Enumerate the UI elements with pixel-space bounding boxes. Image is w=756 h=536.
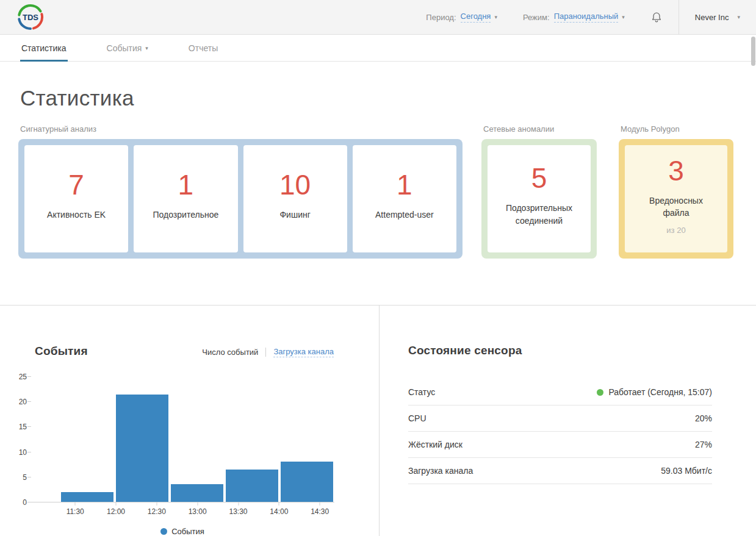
tds-dashboard: TDS Период: Сегодня Режим: Параноидальны… xyxy=(0,0,756,536)
x-axis-tick-label: 13:30 xyxy=(229,507,248,516)
statistics-section: Статистика Сигнатурный анализ 7 Активнос… xyxy=(0,87,756,305)
chevron-down-icon xyxy=(622,14,625,20)
x-axis-tick-label: 12:00 xyxy=(107,507,125,516)
main-nav-tabs: Статистика События Отчеты xyxy=(0,35,756,62)
y-axis-tick xyxy=(27,452,31,452)
sensor-row-cpu: CPU 20% xyxy=(408,406,712,432)
x-axis-tick xyxy=(116,502,117,506)
group-label-signature: Сигнатурный анализ xyxy=(18,124,463,134)
group-label-network: Сетевые аномалии xyxy=(481,124,597,134)
x-axis-tick-label: 11:30 xyxy=(67,507,84,516)
signature-analysis-box: 7 Активность EK 1 Подозрительное 10 Фиши… xyxy=(18,139,463,259)
events-bar xyxy=(116,395,168,502)
chevron-down-icon xyxy=(737,14,740,20)
x-axis-tick xyxy=(156,502,157,506)
account-name: Never Inc xyxy=(695,13,729,22)
stat-label: Активность EK xyxy=(47,209,106,221)
events-chart-plot: 11:3012:0012:3013:0013:3014:0014:30 xyxy=(31,377,334,502)
y-axis-tick xyxy=(27,502,31,502)
chevron-down-icon xyxy=(494,14,497,20)
sensor-title: Состояние сенсора xyxy=(408,344,712,357)
stat-label: Подозрительное xyxy=(153,209,219,221)
group-label-polygon: Модуль Polygon xyxy=(619,124,733,134)
stat-card-malicious-files[interactable]: 3 Вредоносных файла из 20 xyxy=(625,145,727,252)
y-axis-tick-label: 15 xyxy=(18,423,27,431)
x-axis-tick xyxy=(320,502,320,506)
polygon-module-box: 3 Вредоносных файла из 20 xyxy=(619,139,733,259)
sensor-row-disk: Жёсткий диск 27% xyxy=(408,432,712,458)
sensor-row-label: Статус xyxy=(408,387,435,397)
metric-toggle: Число событий Загрузка канала xyxy=(202,347,334,358)
stat-value: 5 xyxy=(531,164,547,192)
toggle-event-count[interactable]: Число событий xyxy=(202,348,258,357)
x-axis-tick xyxy=(279,502,279,506)
x-axis-tick-label: 14:30 xyxy=(311,507,329,516)
events-title: События xyxy=(35,345,88,358)
sensor-status-panel: Состояние сенсора Статус Работает (Сегод… xyxy=(380,306,756,536)
events-chart: 11:3012:0012:3013:0013:3014:0014:30 0510… xyxy=(18,377,334,502)
stat-card-suspicious[interactable]: 1 Подозрительное xyxy=(134,145,237,252)
account-menu[interactable]: Never Inc xyxy=(679,0,756,34)
stat-value: 3 xyxy=(668,157,684,185)
sensor-row-channel: Загрузка канала 59.03 Мбит/с xyxy=(408,458,712,484)
mode-label: Режим: xyxy=(523,13,550,22)
network-anomalies-group: Сетевые аномалии 5 Подозрительных соедин… xyxy=(481,124,597,259)
tab-statistics[interactable]: Статистика xyxy=(20,35,68,61)
page-title: Статистика xyxy=(20,87,756,110)
events-bar xyxy=(281,462,333,502)
stat-card-suspicious-connections[interactable]: 5 Подозрительных соединений xyxy=(488,145,591,252)
tds-logo-icon: TDS xyxy=(17,4,44,30)
sensor-row-label: CPU xyxy=(408,413,427,423)
y-axis-tick xyxy=(27,426,31,427)
sensor-row-label: Жёсткий диск xyxy=(408,440,463,449)
stat-card-phishing[interactable]: 10 Фишинг xyxy=(243,145,347,252)
summary-cards-row: Сигнатурный анализ 7 Активность EK 1 Под… xyxy=(18,124,756,259)
stat-label: Attempted-user xyxy=(375,209,434,221)
events-bar xyxy=(226,470,278,502)
stat-card-ek-activity[interactable]: 7 Активность EK xyxy=(24,145,128,252)
stat-value: 10 xyxy=(279,171,311,199)
polygon-module-group: Модуль Polygon 3 Вредоносных файла из 20 xyxy=(619,124,733,259)
tab-events[interactable]: События xyxy=(106,35,149,61)
sensor-row-value: 59.03 Мбит/с xyxy=(661,466,712,476)
x-axis-tick-label: 13:00 xyxy=(189,507,207,516)
period-select[interactable]: Сегодня xyxy=(461,12,491,22)
legend-dot-icon xyxy=(160,528,167,535)
tds-logo[interactable]: TDS xyxy=(17,4,44,30)
stat-card-attempted-user[interactable]: 1 Attempted-user xyxy=(353,145,456,252)
y-axis-tick xyxy=(27,401,31,402)
bottom-section: События Число событий Загрузка канала 11… xyxy=(0,305,756,536)
top-header: TDS Период: Сегодня Режим: Параноидальны… xyxy=(0,0,756,35)
stat-label: Вредоносных файла xyxy=(636,195,716,220)
stat-value: 7 xyxy=(68,171,84,199)
toggle-channel-load[interactable]: Загрузка канала xyxy=(273,347,334,358)
network-anomalies-box: 5 Подозрительных соединений xyxy=(481,139,597,259)
y-axis-tick-label: 20 xyxy=(18,398,27,406)
notification-bell-icon[interactable] xyxy=(650,11,663,24)
stat-value: 1 xyxy=(397,171,412,199)
x-axis-tick-label: 14:00 xyxy=(270,507,288,516)
sensor-rows: Статус Работает (Сегодня, 15:07) CPU 20%… xyxy=(408,379,712,484)
svg-text:TDS: TDS xyxy=(23,13,38,22)
scrollbar-thumb[interactable] xyxy=(751,37,755,66)
y-axis-tick-label: 5 xyxy=(18,473,27,482)
events-bar xyxy=(61,492,113,502)
chart-legend: События xyxy=(31,527,334,536)
mode-control: Режим: Параноидальный xyxy=(523,12,625,22)
sensor-row-value: 20% xyxy=(695,413,712,423)
stat-label: Фишинг xyxy=(279,209,310,221)
x-axis-tick-label: 12:30 xyxy=(148,507,166,516)
toggle-separator xyxy=(265,348,266,357)
events-panel-head: События Число событий Загрузка канала xyxy=(35,345,334,358)
tab-reports[interactable]: Отчеты xyxy=(187,35,219,61)
period-control: Период: Сегодня xyxy=(426,12,497,22)
stat-label: Подозрительных соединений xyxy=(499,202,580,227)
x-axis-tick xyxy=(238,502,239,506)
y-axis-tick-label: 25 xyxy=(18,373,27,381)
mode-select[interactable]: Параноидальный xyxy=(554,12,619,22)
sensor-row-label: Загрузка канала xyxy=(408,466,473,476)
period-label: Период: xyxy=(426,13,456,22)
sensor-row-value: 27% xyxy=(695,440,712,449)
stat-sublabel: из 20 xyxy=(666,226,685,235)
sensor-row-value: Работает (Сегодня, 15:07) xyxy=(597,387,712,397)
